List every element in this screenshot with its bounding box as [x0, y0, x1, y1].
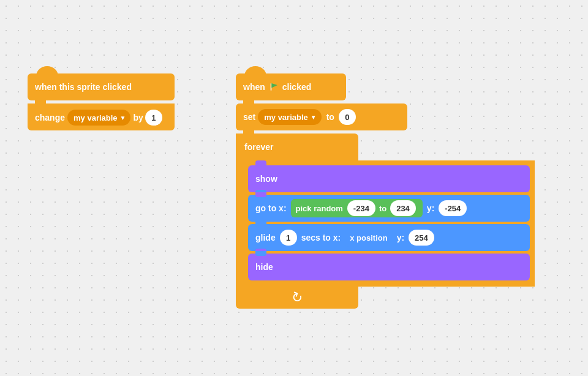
- pick-random-label: pick random: [296, 204, 343, 213]
- show-block[interactable]: show: [248, 165, 530, 192]
- forever-label-bar: forever: [236, 133, 358, 160]
- when-flag-clicked-block[interactable]: when clicked: [236, 73, 346, 100]
- x-position-label: x position: [350, 233, 387, 243]
- y-label-goto: y:: [427, 203, 434, 213]
- glide-secs-label: secs to x:: [301, 233, 341, 243]
- goto-block[interactable]: go to x: pick random -234 to 234 y: -254: [248, 195, 530, 222]
- random-to-label: to: [379, 204, 386, 213]
- glide-y-value[interactable]: 254: [409, 230, 434, 246]
- forever-bottom: ↺: [236, 287, 358, 309]
- loop-arrow-icon: ↺: [289, 288, 305, 307]
- glide-block[interactable]: glide 1 secs to x: x position y: 254: [248, 224, 530, 251]
- show-label: show: [255, 174, 277, 184]
- svg-rect-0: [271, 83, 272, 91]
- to-label: to: [326, 112, 334, 122]
- change-label: change: [35, 113, 65, 122]
- x-position-reporter[interactable]: x position: [345, 228, 392, 247]
- when-sprite-clicked-label: when this sprite clicked: [35, 82, 132, 92]
- forever-block[interactable]: forever show go to x:: [236, 133, 535, 309]
- dropdown-arrow: ▼: [120, 115, 126, 121]
- scratch-canvas: when this sprite clicked change my varia…: [0, 0, 588, 376]
- random-to-value[interactable]: 234: [390, 200, 416, 216]
- when-label: when: [243, 82, 265, 92]
- variable-dropdown-left[interactable]: my variable ▼: [67, 110, 130, 126]
- change-block[interactable]: change my variable ▼ by 1: [28, 103, 175, 130]
- set-label: set: [243, 112, 255, 122]
- glide-secs-value[interactable]: 1: [280, 230, 297, 246]
- variable-dropdown-right[interactable]: my variable ▼: [258, 109, 321, 125]
- random-from-value[interactable]: -234: [347, 200, 375, 216]
- clicked-label: clicked: [282, 82, 311, 92]
- glide-label: glide: [255, 233, 276, 243]
- to-value[interactable]: 0: [339, 109, 356, 125]
- glide-y-label: y:: [397, 233, 404, 243]
- by-value[interactable]: 1: [145, 110, 162, 126]
- right-group: when clicked set my variable ▼ to: [236, 73, 535, 309]
- hide-label: hide: [255, 262, 273, 272]
- goto-y-value[interactable]: -254: [439, 200, 467, 216]
- hide-block[interactable]: hide: [248, 254, 530, 280]
- by-label: by: [133, 113, 143, 122]
- pick-random-reporter[interactable]: pick random -234 to 234: [291, 199, 423, 217]
- dropdown-arrow-right: ▼: [311, 114, 317, 121]
- goto-label: go to x:: [255, 203, 287, 213]
- forever-text: forever: [244, 142, 273, 152]
- green-flag-icon: [268, 81, 279, 92]
- when-sprite-clicked-block[interactable]: when this sprite clicked: [28, 73, 175, 100]
- set-block[interactable]: set my variable ▼ to 0: [236, 103, 407, 130]
- left-group: when this sprite clicked change my varia…: [28, 73, 175, 132]
